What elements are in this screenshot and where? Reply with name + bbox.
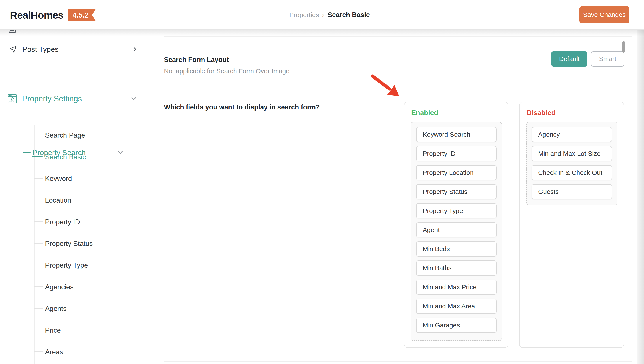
- field-chip[interactable]: Agency: [532, 127, 612, 142]
- breadcrumb-separator: ›: [322, 11, 324, 19]
- sidebar-item-label: Price: [45, 326, 61, 334]
- enabled-panel-title: Enabled: [411, 109, 438, 117]
- field-chip[interactable]: Min Beds: [416, 241, 496, 256]
- disabled-chip-list: Agency Min and Max Lot Size Check In & C…: [532, 127, 612, 199]
- sidebar-tree-item[interactable]: Agents: [0, 298, 142, 319]
- field-chip-label: Check In & Check Out: [538, 169, 602, 176]
- enabled-chip-list: Keyword Search Property ID Property Loca…: [416, 127, 496, 333]
- sidebar-item-label: Property ID: [45, 218, 80, 226]
- layout-option-smart-button[interactable]: Smart: [591, 51, 624, 67]
- fields-question-title: Which fields you want to display in sear…: [164, 103, 320, 111]
- disabled-dropzone: Agency Min and Max Lot Size Check In & C…: [526, 122, 617, 205]
- sidebar-item-label: Areas: [45, 348, 63, 356]
- layout-option-default-button[interactable]: Default: [551, 51, 588, 67]
- sidebar-tree-item[interactable]: Price: [0, 319, 142, 341]
- sidebar-tree-item[interactable]: Property Status: [0, 233, 142, 254]
- field-chip[interactable]: Property Location: [416, 165, 496, 180]
- tree-tick-icon: [34, 178, 43, 179]
- tree-tick-icon: [34, 265, 43, 265]
- field-chip[interactable]: Min and Max Area: [416, 298, 496, 314]
- tree-tick-icon: [32, 156, 43, 157]
- sidebar-tree-item[interactable]: Search Basic: [0, 146, 142, 168]
- field-chip-label: Property Status: [423, 188, 468, 195]
- disabled-panel-title: Disabled: [527, 109, 556, 117]
- property-settings-tree: Property Search Search Page Search Basic…: [0, 95, 142, 364]
- field-chip-label: Guests: [538, 188, 559, 195]
- tree-tick-icon: [34, 243, 43, 244]
- tree-tick-icon: [34, 351, 43, 352]
- sidebar-item-label: Search Page: [45, 131, 85, 139]
- disabled-fields-panel: Disabled Agency Min and Max Lot Size Che…: [519, 102, 624, 348]
- sidebar-tree-item[interactable]: Property ID: [0, 211, 142, 233]
- tree-tick-icon: [34, 200, 43, 200]
- logo-text: RealHomes: [10, 9, 64, 21]
- field-chip-label: Min and Max Lot Size: [538, 150, 600, 157]
- enabled-fields-panel: Enabled Keyword Search Property ID Prope…: [404, 102, 508, 348]
- sidebar-item-label: Location: [45, 196, 71, 204]
- tree-tick-icon: [34, 308, 43, 309]
- app-window: RealHomes 4.5.2 Properties › Search Basi…: [0, 0, 644, 364]
- sidebar-tree-item[interactable]: Property Type: [0, 254, 142, 276]
- sidebar-item-label: Search Basic: [45, 153, 86, 161]
- field-chip-label: Keyword Search: [423, 131, 470, 138]
- field-chip[interactable]: Min and Max Lot Size: [532, 146, 612, 161]
- field-chip[interactable]: Property ID: [416, 146, 496, 161]
- field-chip-label: Min Baths: [423, 264, 452, 272]
- sidebar-tree-item[interactable]: Location: [0, 189, 142, 211]
- section-divider: [164, 37, 632, 37]
- scrollbar-thumb[interactable]: [622, 41, 625, 53]
- paper-plane-icon: [9, 45, 17, 53]
- field-chip-label: Agency: [538, 131, 560, 138]
- field-chip[interactable]: Check In & Check Out: [532, 165, 612, 180]
- sidebar-tree-item[interactable]: Lot Size: [0, 363, 142, 364]
- sidebar-item-label: Agencies: [45, 283, 74, 291]
- tree-tick-icon: [34, 330, 43, 330]
- field-chip-label: Min and Max Price: [423, 283, 476, 291]
- save-changes-button[interactable]: Save Changes: [580, 6, 629, 24]
- search-form-layout-description: Not applicable for Search Form Over Imag…: [164, 67, 290, 75]
- tree-tick-icon: [34, 286, 43, 287]
- breadcrumb-parent[interactable]: Properties: [289, 11, 319, 19]
- brand: RealHomes 4.5.2: [10, 0, 96, 30]
- enabled-dropzone: Keyword Search Property ID Property Loca…: [411, 122, 502, 341]
- sidebar: Post Types Property Settings: [0, 30, 142, 364]
- field-chip[interactable]: Min Garages: [416, 318, 496, 333]
- breadcrumb-current: Search Basic: [328, 11, 370, 19]
- field-chip-label: Min and Max Area: [423, 302, 475, 310]
- field-chip[interactable]: Min and Max Price: [416, 279, 496, 295]
- field-chip-label: Agent: [423, 226, 440, 234]
- sidebar-item-label: Keyword: [45, 175, 72, 183]
- section-divider: [164, 361, 632, 361]
- field-chip[interactable]: Agent: [416, 222, 496, 237]
- clipped-menu-icon: [9, 30, 16, 33]
- sidebar-item-post-types[interactable]: Post Types: [0, 42, 142, 57]
- field-chip[interactable]: Min Baths: [416, 260, 496, 276]
- sidebar-item-label: Post Types: [22, 45, 59, 54]
- breadcrumb: Properties › Search Basic: [289, 0, 370, 30]
- sidebar-item-label: Property Type: [45, 261, 88, 269]
- version-badge: 4.5.2: [68, 9, 96, 21]
- sidebar-tree-item[interactable]: Keyword: [0, 168, 142, 189]
- sidebar-item-label: Agents: [45, 305, 67, 313]
- header: RealHomes 4.5.2 Properties › Search Basi…: [0, 0, 644, 30]
- search-form-layout-title: Search Form Layout: [164, 56, 229, 64]
- chevron-right-icon: [132, 47, 136, 51]
- sidebar-tree-item[interactable]: Search Page: [0, 124, 142, 146]
- sidebar-tree-item[interactable]: Areas: [0, 341, 142, 363]
- field-chip-label: Min Garages: [423, 321, 460, 329]
- field-chip[interactable]: Property Type: [416, 203, 496, 218]
- field-chip[interactable]: Keyword Search: [416, 127, 496, 142]
- field-chip-label: Property ID: [423, 150, 456, 157]
- field-chip-label: Min Beds: [423, 245, 450, 253]
- scrollbar-track: [637, 30, 644, 364]
- tree-tick-icon: [34, 135, 43, 135]
- sidebar-item-label: Property Status: [45, 240, 93, 248]
- red-annotation-arrow: [368, 72, 402, 98]
- field-chip-label: Property Type: [423, 207, 463, 214]
- sidebar-tree-item[interactable]: Agencies: [0, 276, 142, 298]
- field-chip[interactable]: Property Status: [416, 184, 496, 199]
- property-search-subitems: Search Page Search Basic Keyword Locatio…: [0, 124, 142, 364]
- field-chip-label: Property Location: [423, 169, 474, 176]
- tree-tick-icon: [34, 221, 43, 222]
- field-chip[interactable]: Guests: [532, 184, 612, 199]
